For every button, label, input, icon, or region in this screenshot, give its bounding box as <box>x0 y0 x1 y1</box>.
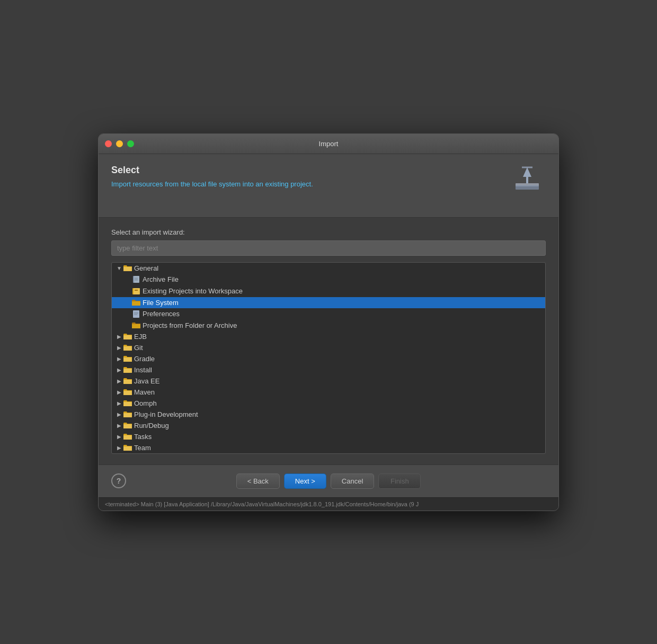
arrow-oomph <box>116 400 122 406</box>
cancel-button[interactable]: Cancel <box>331 473 374 489</box>
tree-item-label-tasks: Tasks <box>134 433 541 441</box>
maximize-button[interactable] <box>127 140 134 147</box>
folder-icon-java-ee <box>123 377 132 384</box>
folder-icon-run-debug <box>123 422 132 429</box>
arrow-archive <box>125 276 131 283</box>
arrow-preferences <box>125 311 131 317</box>
svg-rect-11 <box>135 290 138 291</box>
tree-item-oomph[interactable]: Oomph <box>112 398 545 409</box>
tree-item-tasks[interactable]: Tasks <box>112 431 545 442</box>
arrow-run-debug <box>116 422 122 428</box>
tree-item-run-debug[interactable]: Run/Debug <box>112 420 545 431</box>
folder-icon-file-system <box>132 299 140 306</box>
folder-icon-team <box>123 444 132 451</box>
arrow-gradle <box>116 355 122 362</box>
header-description: Import resources from the local file sys… <box>111 180 313 188</box>
tree-item-existing-projects[interactable]: Existing Projects into Workspace <box>112 285 545 297</box>
svg-rect-10 <box>134 288 140 294</box>
tree-item-general[interactable]: General <box>112 263 545 274</box>
folder-icon-projects <box>132 321 140 329</box>
close-button[interactable] <box>105 140 112 147</box>
import-icon <box>509 159 546 196</box>
help-button[interactable]: ? <box>111 473 126 488</box>
tree-item-archive-file[interactable]: Archive File <box>112 274 545 285</box>
tree-item-label-maven: Maven <box>134 388 541 396</box>
arrow-team <box>116 444 122 451</box>
file-icon-archive <box>132 275 140 284</box>
filter-input[interactable] <box>111 240 546 256</box>
page-title: Select <box>111 165 313 176</box>
arrow-file-system <box>125 299 131 306</box>
arrow-existing <box>125 288 131 294</box>
tree-item-label-oomph: Oomph <box>134 399 541 407</box>
folder-icon-install <box>123 366 132 373</box>
arrow-projects-folder <box>125 322 131 328</box>
tree-item-label-projects-folder: Projects from Folder or Archive <box>143 321 541 329</box>
section-label: Select an import wizard: <box>111 228 546 236</box>
title-bar: Import <box>99 134 558 154</box>
arrow-tasks <box>116 433 122 440</box>
folder-icon-general <box>123 264 132 272</box>
arrow-java-ee <box>116 378 122 384</box>
tree-item-label-existing-projects: Existing Projects into Workspace <box>143 287 541 295</box>
svg-marker-2 <box>523 167 531 183</box>
arrow-maven <box>116 389 122 395</box>
svg-rect-12 <box>133 310 139 318</box>
tree-item-team[interactable]: Team <box>112 442 545 453</box>
tree-item-label-install: Install <box>134 366 541 374</box>
arrow-git <box>116 344 122 351</box>
tree-item-label-archive-file: Archive File <box>143 275 541 283</box>
tree-item-file-system[interactable]: File System <box>112 297 545 308</box>
tree-item-git[interactable]: Git <box>112 342 545 353</box>
tree-item-label-gradle: Gradle <box>134 355 541 363</box>
svg-rect-1 <box>516 185 539 190</box>
tree-item-install[interactable]: Install <box>112 364 545 375</box>
tree-item-java-ee[interactable]: Java EE <box>112 375 545 387</box>
folder-icon-tasks <box>123 433 132 440</box>
button-bar: ? < Back Next > Cancel Finish <box>99 464 558 497</box>
header-section: Select Import resources from the local f… <box>99 154 558 218</box>
folder-icon-ejb <box>123 333 132 340</box>
tree-item-label-java-ee: Java EE <box>134 377 541 385</box>
window-title: Import <box>319 140 339 148</box>
header-text: Select Import resources from the local f… <box>111 165 313 188</box>
tree-item-label-preferences: Preferences <box>143 310 541 318</box>
arrow-general <box>116 265 122 271</box>
import-icon-svg <box>511 162 543 194</box>
folder-icon-maven <box>123 388 132 396</box>
tree-item-label-plugin-dev: Plug-in Development <box>134 410 541 418</box>
window-controls <box>105 140 134 147</box>
tree-item-label-git: Git <box>134 344 541 352</box>
tree-item-maven[interactable]: Maven <box>112 387 545 398</box>
tree-container[interactable]: General Archive File <box>111 262 546 454</box>
minimize-button[interactable] <box>116 140 123 147</box>
main-section: Select an import wizard: General <box>99 218 558 464</box>
next-button[interactable]: Next > <box>284 473 326 489</box>
arrow-install <box>116 366 122 373</box>
arrow-plugin-dev <box>116 411 122 417</box>
tree-item-ejb[interactable]: EJB <box>112 331 545 342</box>
file-icon-existing <box>132 287 140 296</box>
folder-icon-git <box>123 344 132 351</box>
tree-item-label-team: Team <box>134 444 541 452</box>
back-button[interactable]: < Back <box>236 473 280 489</box>
tree-item-label-run-debug: Run/Debug <box>134 422 541 430</box>
tree-item-gradle[interactable]: Gradle <box>112 353 545 364</box>
folder-icon-gradle <box>123 355 132 362</box>
tree-item-plugin-dev[interactable]: Plug-in Development <box>112 409 545 420</box>
tree-item-projects-folder[interactable]: Projects from Folder or Archive <box>112 320 545 331</box>
import-dialog: Import Select Import resources from the … <box>98 133 559 511</box>
arrow-ejb <box>116 333 122 339</box>
finish-button: Finish <box>378 473 421 489</box>
folder-icon-oomph <box>123 399 132 407</box>
tree-item-label-ejb: EJB <box>134 333 541 341</box>
folder-icon-plugin-dev <box>123 410 132 418</box>
tree-item-label-file-system: File System <box>143 299 541 307</box>
status-text: <terminated> Main (3) [Java Application]… <box>105 501 419 507</box>
tree-item-label-general: General <box>134 264 541 272</box>
file-icon-preferences <box>132 310 140 318</box>
tree-item-preferences[interactable]: Preferences <box>112 308 545 320</box>
status-bar: <terminated> Main (3) [Java Application]… <box>99 497 558 511</box>
